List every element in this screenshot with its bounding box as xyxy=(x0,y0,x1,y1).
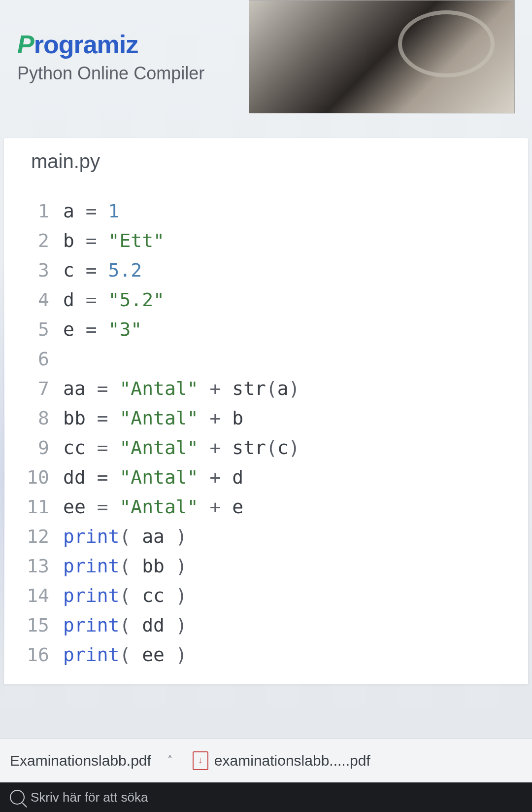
page-header: Programiz Python Online Compiler xyxy=(0,0,532,128)
code-line[interactable]: 4d = "5.2" xyxy=(4,285,528,315)
code-line[interactable]: 14print( cc ) xyxy=(4,581,528,610)
line-number: 14 xyxy=(4,581,63,610)
line-number: 9 xyxy=(4,433,63,462)
line-number: 10 xyxy=(4,462,63,492)
browser-left-edge xyxy=(0,256,5,700)
code-line[interactable]: 2b = "Ett" xyxy=(4,226,528,255)
header-left: Programiz Python Online Compiler xyxy=(17,30,204,84)
code-line[interactable]: 1a = 1 xyxy=(4,196,528,226)
line-number: 11 xyxy=(4,492,63,522)
page-subtitle: Python Online Compiler xyxy=(17,63,204,84)
line-number: 16 xyxy=(4,640,63,670)
taskbar-search-placeholder[interactable]: Skriv här för att söka xyxy=(31,790,148,805)
code-line[interactable]: 12print( aa ) xyxy=(4,522,528,551)
logo-letter-p: P xyxy=(17,30,34,59)
code-line[interactable]: 11ee = "Antal" + e xyxy=(4,492,528,522)
code-line[interactable]: 9cc = "Antal" + str(c) xyxy=(4,433,528,462)
download-item-1[interactable]: Examinationslabb.pdf ˄ xyxy=(10,752,173,769)
code-line[interactable]: 7aa = "Antal" + str(a) xyxy=(4,374,528,403)
line-number: 8 xyxy=(4,403,63,433)
code-content[interactable]: ee = "Antal" + e xyxy=(63,492,243,522)
code-content[interactable]: e = "3" xyxy=(63,315,142,344)
code-area[interactable]: 1a = 12b = "Ett"3c = 5.24d = "5.2"5e = "… xyxy=(4,187,528,684)
code-line[interactable]: 6 xyxy=(4,344,528,374)
code-line[interactable]: 13print( bb ) xyxy=(4,551,528,581)
search-icon[interactable] xyxy=(10,790,25,805)
code-content[interactable]: cc = "Antal" + str(c) xyxy=(63,433,300,462)
code-editor: main.py 1a = 12b = "Ett"3c = 5.24d = "5.… xyxy=(4,138,528,684)
download-file-name: examinationslabb.....pdf xyxy=(214,752,370,769)
editor-tab-bar: main.py xyxy=(4,138,528,187)
line-number: 6 xyxy=(4,344,63,374)
line-number: 12 xyxy=(4,522,63,551)
line-number: 2 xyxy=(4,226,63,255)
browser-downloads-bar: Examinationslabb.pdf ˄ ↓ examinationslab… xyxy=(0,738,532,782)
download-file-name: Examinationslabb.pdf xyxy=(10,752,151,769)
code-content[interactable]: print( dd ) xyxy=(63,610,187,640)
code-line[interactable]: 8bb = "Antal" + b xyxy=(4,403,528,433)
line-number: 4 xyxy=(4,285,63,315)
line-number: 1 xyxy=(4,196,63,226)
code-content[interactable]: dd = "Antal" + d xyxy=(63,462,243,492)
code-content[interactable]: c = 5.2 xyxy=(63,255,142,285)
code-content[interactable]: print( ee ) xyxy=(63,640,187,670)
header-ad-image[interactable] xyxy=(249,0,515,113)
code-line[interactable]: 16print( ee ) xyxy=(4,640,528,670)
windows-taskbar: Skriv här för att söka xyxy=(0,782,532,812)
code-line[interactable]: 3c = 5.2 xyxy=(4,255,528,285)
editor-tab-main[interactable]: main.py xyxy=(31,150,100,177)
code-content[interactable]: bb = "Antal" + b xyxy=(63,403,243,433)
line-number: 7 xyxy=(4,374,63,403)
code-content[interactable]: print( bb ) xyxy=(63,551,187,581)
code-line[interactable]: 5e = "3" xyxy=(4,315,528,344)
code-content[interactable]: aa = "Antal" + str(a) xyxy=(63,374,300,403)
code-content[interactable]: b = "Ett" xyxy=(63,226,165,255)
logo-rest: rogramiz xyxy=(34,30,138,59)
code-line[interactable]: 15print( dd ) xyxy=(4,610,528,640)
code-line[interactable]: 10dd = "Antal" + d xyxy=(4,462,528,492)
code-content[interactable]: a = 1 xyxy=(63,196,119,226)
code-content[interactable]: d = "5.2" xyxy=(63,285,165,315)
line-number: 13 xyxy=(4,551,63,581)
pdf-icon: ↓ xyxy=(193,751,208,770)
line-number: 3 xyxy=(4,255,63,285)
line-number: 15 xyxy=(4,610,63,640)
code-content[interactable]: print( aa ) xyxy=(63,522,187,551)
code-content[interactable]: print( cc ) xyxy=(63,581,187,610)
download-item-2[interactable]: ↓ examinationslabb.....pdf xyxy=(193,751,370,770)
line-number: 5 xyxy=(4,315,63,344)
programiz-logo[interactable]: Programiz xyxy=(17,30,204,59)
chevron-up-icon[interactable]: ˄ xyxy=(167,754,173,768)
